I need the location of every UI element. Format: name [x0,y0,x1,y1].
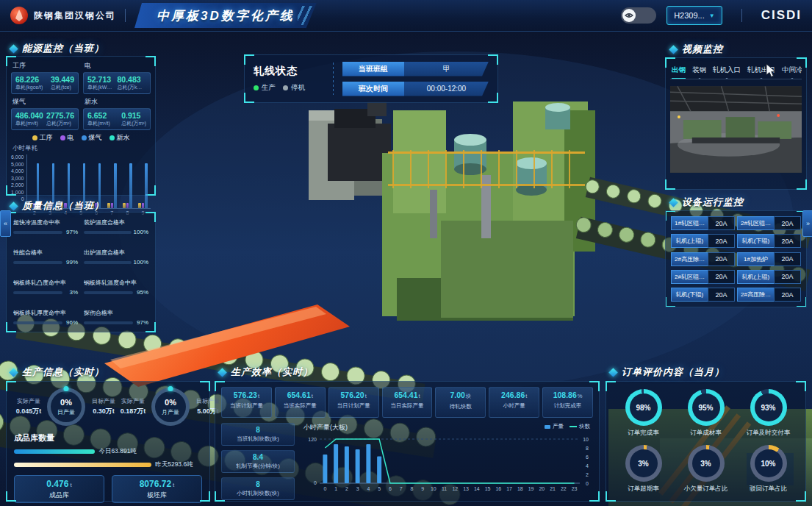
video-panel-header: 视频监控 [670,43,723,56]
donut-ring: 3% [688,445,725,482]
device-current-value: 20A [774,252,801,266]
status-legend-item: 停机 [283,83,305,93]
video-camera-tabs: 出钢装钢轧机入口轧机出口中间冷电动热… [670,63,802,79]
progress-track [13,261,62,264]
hourly-output-chart: 小时产量(大板) 产量 块数 1200108642001234567891011… [301,423,593,500]
legend-item: 工序 [32,133,53,143]
devices-panel: 1#轧区辊…20A2#轧区辊…20A轧机(上辊)20A轧机(下辊)20A2#高压… [665,210,807,307]
y-tick: 5,000 [11,162,24,167]
efficiency-side-card: 8当班轧制块数(块) [221,423,295,446]
energy-value: 0.915 [121,111,146,120]
svg-text:8: 8 [586,446,589,451]
device-name-button[interactable]: 1#加热炉 [737,252,774,266]
svg-text:8: 8 [410,486,413,491]
line-select-value: H2309... [674,11,705,20]
inventory-cards: 0.476t成品库8076.72t板坯库 [14,475,202,503]
quality-value: 99% [65,259,78,266]
left-panel-collapse-handle[interactable]: « [0,210,11,237]
device-name-button[interactable]: 轧机(上辊) [737,270,774,284]
quality-panel: 超快冷温度命中率97%装炉温度合格率100%性能合格率99%出炉温度合格率100… [6,212,156,332]
device-current-value: 20A [708,252,735,266]
shift-time-field[interactable]: 班次时间 00:00-12:00 [342,82,489,96]
inventory-bar-row: 今日63.891吨 [14,447,202,456]
stat-unit: t [365,393,367,399]
device-name-button[interactable]: 2#高压除… [671,252,708,266]
y-tick: 6,000 [11,154,24,160]
line-status-panel: 轧线状态 生产停机 当班班组 甲 班次时间 00:00-12:00 [244,54,498,103]
energy-unit: 总耗(tce) [51,84,74,91]
bar-legend-icon [545,425,550,429]
hourly-output-legend: 产量 块数 [545,423,590,430]
video-feed[interactable] [670,86,802,173]
device-current-value: 20A [774,216,801,230]
svg-text:10: 10 [583,437,589,442]
stat-unit: % [578,393,583,399]
legend-dot-icon [32,135,37,140]
stat-value: 246.86t [492,391,536,399]
status-legend-item: 生产 [254,83,276,93]
device-current-value: 20A [708,288,735,302]
inventory-card-unit: t [70,482,71,488]
device-name-button[interactable]: 轧机(下辊) [671,288,708,302]
video-panel: 出钢装钢轧机入口轧机出口中间冷电动热… [665,57,807,190]
svg-text:10: 10 [431,486,436,491]
video-tab-装钢[interactable]: 装钢 [692,65,706,75]
efficiency-side-stats: 8当班轧制块数(块)8.4轧制节奏(分钟/块)8小时轧制块数(块) [221,423,295,500]
bar-group [123,154,132,208]
energy-card: 煤气486.040单耗(m³/t)2775.76总耗(万m³) [11,96,79,130]
order-donut: 3%订单超期率 [613,445,675,493]
video-tab-轧机入口[interactable]: 轧机入口 [713,65,741,75]
gauge-left-value: 0.045万t [14,407,43,416]
chevron-left-icon: « [4,220,7,227]
device-name-button[interactable]: 2#轧区辊… [671,270,708,284]
side-stat-label: 小时轧制块数(块) [222,490,294,497]
svg-text:15: 15 [485,486,491,491]
bar [114,163,117,208]
video-tab-轧机出口[interactable]: 轧机出口 [747,65,775,75]
quality-value: 3% [65,289,78,296]
inventory-card: 8076.72t板坯库 [112,475,202,503]
device-name-button[interactable]: 轧机(下辊) [737,234,774,248]
stat-label: 当班实际产量 [278,402,323,410]
progress-track [13,291,62,294]
right-panel-collapse-handle[interactable]: » [802,210,812,237]
video-tab-出钢[interactable]: 出钢 [672,65,686,75]
panel-diamond-icon [218,368,227,377]
bar [126,203,129,208]
quality-value: 97% [65,229,78,235]
line-select-dropdown[interactable]: H2309... ▼ [667,6,722,25]
device-current-value: 20A [708,234,735,248]
video-panel-title: 视频监控 [682,43,723,56]
device-name-button[interactable]: 2#轧区辊… [737,216,774,230]
bar [129,163,132,208]
video-tab-中间冷[interactable]: 中间冷 [782,65,802,75]
device-name-button[interactable]: 轧机(上辊) [671,234,708,248]
legend-item: 新水 [109,133,130,143]
shift-team-field[interactable]: 当班班组 甲 [342,62,489,76]
device-name-button[interactable]: 2#高压除… [737,288,774,302]
donut-ring: 10% [750,445,787,482]
quality-item: 钢板终轧凸度命中率3% [13,279,78,296]
svg-text:18: 18 [517,486,523,491]
energy-card: 新水6.652单耗(m³/t)0.915总耗(万m³) [83,96,151,130]
side-stat-label: 轧制节奏(分钟/块) [222,463,294,470]
svg-text:23: 23 [572,486,578,491]
stat-label: 计划完成率 [545,402,590,410]
device-name-button[interactable]: 1#轧区辊… [671,216,708,230]
company-name: 陕钢集团汉钢公司 [34,10,116,22]
gauge-right-value: 0.30万t [89,407,118,416]
devices-panel-header: 设备运行监控 [670,196,744,209]
efficiency-stat-card: 7.00块待轧块数 [435,387,486,418]
hourly-output-plot: 1200108642001234567891011121314151617181… [301,433,593,495]
efficiency-stat-card: 654.41t当日实际产量 [382,387,433,418]
efficiency-stat-cards: 576.23t当班计划产量654.61t当班实际产量576.20t当日计划产量6… [221,387,593,418]
quality-label: 探伤合格率 [84,309,148,317]
stat-unit: t [525,393,527,399]
y-tick: 4,000 [11,168,24,174]
device-current-value: 20A [774,288,801,302]
order-donut: 10%驳回订单占比 [738,445,800,493]
quality-panel-header: 质量信息（当班） [10,199,104,213]
device-item: 1#加热炉20A [737,252,801,266]
svg-text:4: 4 [367,486,370,491]
visibility-toggle[interactable] [621,7,656,24]
